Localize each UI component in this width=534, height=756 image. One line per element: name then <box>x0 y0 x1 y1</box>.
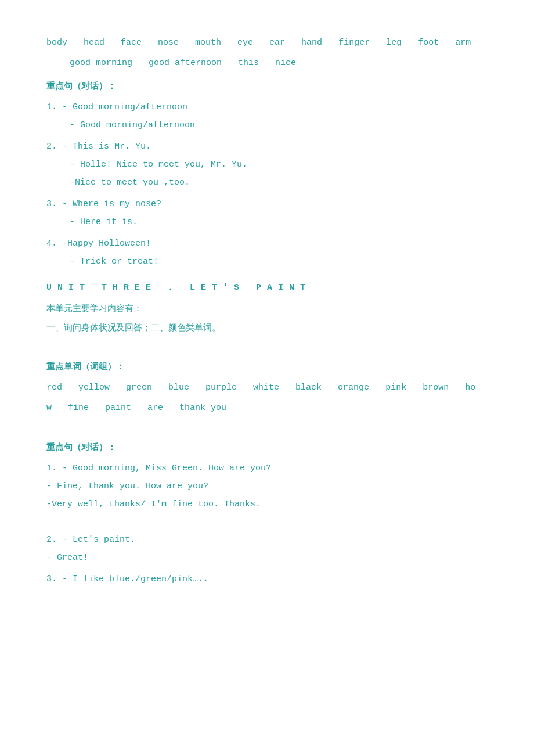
vocab-word: blue <box>168 380 189 395</box>
dialog-line: 3. - Where is my nose? <box>46 196 488 212</box>
unit-title: UNIT THREE . LET'S PAINT <box>46 280 488 296</box>
dialog-line: 2. - This is Mr. Yu. <box>46 139 488 154</box>
dialog-line: -Nice to meet you ,too. <box>46 175 488 190</box>
dialog-line: - Trick or treat! <box>46 254 488 269</box>
vocab-word: good morning <box>70 55 132 71</box>
vocab-word: brown <box>423 380 449 395</box>
vocab-word: body <box>46 35 67 51</box>
vocab-word: white <box>253 380 279 395</box>
dialogs-section-2: 1. - Good morning, Miss Green. How are y… <box>46 460 488 587</box>
vocab-word: ho <box>465 380 475 395</box>
vocab-word: mouth <box>195 35 221 51</box>
vocab-word: leg <box>386 35 402 51</box>
vocab-word: head <box>84 35 104 51</box>
dialogs-section-1: 1. - Good morning/afternoon- Good mornin… <box>46 99 488 269</box>
dialog-line: 2. - Let's paint. <box>46 532 488 548</box>
dialog-item: 1. - Good morning/afternoon- Good mornin… <box>46 99 488 133</box>
dialog-line: 3. - I like blue./green/pink….. <box>46 571 488 587</box>
vocab-line-1: bodyheadfacenosemoutheyeearhandfingerleg… <box>46 35 488 51</box>
dialog-line: 4. -Happy Holloween! <box>46 236 488 251</box>
vocab-word: nose <box>158 35 179 51</box>
vocab-word: ear <box>269 35 285 51</box>
section-title-3: 重点句（对话）： <box>46 440 488 456</box>
vocab-word: black <box>295 380 322 395</box>
vocab-word: hand <box>301 35 322 51</box>
vocab-word: good afternoon <box>149 55 222 71</box>
section-title-1: 重点句（对话）： <box>46 79 488 95</box>
dialog-line: - Here it is. <box>46 214 488 230</box>
vocab-word: are <box>147 400 163 416</box>
vocab-word: purple <box>205 380 237 395</box>
dialog-item: 1. - Good morning, Miss Green. How are y… <box>46 460 488 526</box>
section-title-2: 重点单词（词组）： <box>46 359 488 375</box>
vocab-word: red <box>46 380 62 395</box>
vocab-word: finger <box>338 35 370 51</box>
vocab-line-2b: wfinepaintarethank you <box>46 400 488 416</box>
vocab-line-2: redyellowgreenbluepurplewhiteblackorange… <box>46 380 488 395</box>
vocab-word: green <box>126 380 152 395</box>
vocab-word: arm <box>455 35 471 51</box>
dialog-line: - Holle! Nice to meet you, Mr. Yu. <box>46 157 488 172</box>
dialog-item: 2. - Let's paint.- Great! <box>46 532 488 566</box>
vocab-word: paint <box>105 400 131 416</box>
dialog-line: - Good morning/afternoon <box>46 117 488 133</box>
vocab-word: w <box>46 400 52 416</box>
dialog-line: 1. - Good morning/afternoon <box>46 99 488 115</box>
dialog-line: - Fine, thank you. How are you? <box>46 478 488 494</box>
vocab-word: orange <box>338 380 369 395</box>
dialog-item: 3. - Where is my nose?- Here it is. <box>46 196 488 230</box>
vocab-word: nice <box>275 55 296 71</box>
vocab-word: pink <box>385 380 406 395</box>
dialog-item: 2. - This is Mr. Yu.- Holle! Nice to mee… <box>46 139 488 190</box>
dialog-item: 3. - I like blue./green/pink….. <box>46 571 488 587</box>
vocab-word: this <box>238 55 259 71</box>
vocab-line-1b: good morninggood afternoonthisnice <box>46 55 488 71</box>
unit-content: 一、询问身体状况及回答；二、颜色类单词。 <box>46 321 488 336</box>
vocab-word: eye <box>237 35 253 51</box>
vocab-word: face <box>121 35 142 51</box>
vocab-word: thank you <box>179 400 226 416</box>
vocab-word: foot <box>418 35 439 51</box>
vocab-word: fine <box>68 400 89 416</box>
unit-intro: 本单元主要学习内容有： <box>46 301 488 317</box>
vocab-word: yellow <box>78 380 110 395</box>
dialog-line: - Great! <box>46 550 488 566</box>
dialog-item: 4. -Happy Holloween!- Trick or treat! <box>46 236 488 269</box>
dialog-line: -Very well, thanks/ I'm fine too. Thanks… <box>46 496 488 512</box>
dialog-line: 1. - Good morning, Miss Green. How are y… <box>46 460 488 476</box>
